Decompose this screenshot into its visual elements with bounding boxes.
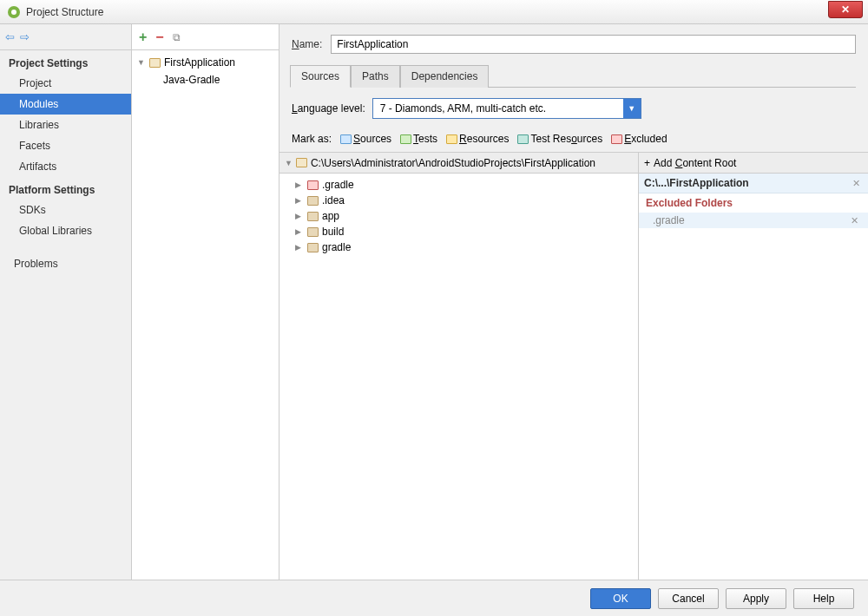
- remove-excluded-icon[interactable]: ✕: [848, 215, 861, 226]
- language-level-value: 7 - Diamonds, ARM, multi-catch etc.: [373, 102, 623, 115]
- sidebar-item-global-libraries[interactable]: Global Libraries: [0, 220, 131, 241]
- module-child[interactable]: Java-Gradle: [132, 71, 279, 88]
- section-project-settings: Project Settings: [0, 50, 131, 73]
- folder-icon: [296, 158, 307, 167]
- sidebar-item-problems[interactable]: Problems: [0, 253, 131, 274]
- excluded-folder-icon: [611, 134, 622, 144]
- sources-folder-icon: [340, 134, 352, 144]
- sidebar-item-artifacts[interactable]: Artifacts: [0, 156, 131, 177]
- app-icon: [7, 5, 21, 19]
- detail-panel: Name: Sources Paths Dependencies Languag…: [279, 24, 868, 580]
- tree-item[interactable]: ▶.idea: [279, 193, 638, 208]
- tree-item[interactable]: ▶build: [279, 224, 638, 239]
- nav-back-icon[interactable]: ⇦: [5, 30, 15, 43]
- expand-icon[interactable]: ▶: [295, 227, 304, 236]
- root-path-text: C:\Users\Administrator\AndroidStudioProj…: [311, 157, 595, 169]
- tree-item[interactable]: ▶app: [279, 208, 638, 224]
- expand-icon[interactable]: ▶: [295, 243, 304, 252]
- sidebar: ⇦ ⇨ Project Settings Project Modules Lib…: [0, 24, 132, 580]
- add-module-icon[interactable]: +: [139, 29, 147, 45]
- sidebar-item-modules[interactable]: Modules: [0, 94, 131, 115]
- module-root-label: FirstApplication: [164, 56, 235, 69]
- excluded-item[interactable]: .gradle ✕: [639, 213, 868, 228]
- tree-item[interactable]: ▶gradle: [279, 239, 638, 255]
- name-label: Name:: [292, 38, 322, 50]
- plus-icon: +: [644, 157, 650, 169]
- resources-folder-icon: [446, 134, 457, 144]
- root-path-header[interactable]: ▼ C:\Users\Administrator\AndroidStudioPr…: [279, 153, 638, 174]
- sidebar-item-libraries[interactable]: Libraries: [0, 115, 131, 135]
- folder-icon: [307, 212, 319, 221]
- mark-sources[interactable]: Sources: [340, 133, 391, 145]
- module-child-label: Java-Gradle: [163, 74, 220, 86]
- collapse-icon[interactable]: ▼: [285, 159, 293, 167]
- sidebar-item-sdks[interactable]: SDKs: [0, 200, 131, 220]
- expand-icon[interactable]: ▶: [295, 180, 304, 189]
- add-content-root[interactable]: + Add Content Root: [639, 153, 868, 174]
- help-button[interactable]: Help: [793, 588, 854, 609]
- nav-forward-icon[interactable]: ⇨: [20, 30, 30, 43]
- folder-icon: [307, 180, 319, 190]
- section-platform-settings: Platform Settings: [0, 177, 131, 200]
- folder-icon: [307, 196, 319, 206]
- tests-folder-icon: [400, 134, 411, 144]
- collapse-icon[interactable]: ▼: [137, 58, 146, 67]
- language-level-combo[interactable]: 7 - Diamonds, ARM, multi-catch etc. ▼: [372, 98, 641, 119]
- remove-root-icon[interactable]: ✕: [850, 178, 863, 189]
- source-tree-column: ▼ C:\Users\Administrator\AndroidStudioPr…: [279, 153, 638, 580]
- expand-icon[interactable]: ▶: [295, 196, 304, 205]
- name-input[interactable]: [331, 35, 856, 54]
- mark-resources[interactable]: Resources: [446, 133, 509, 145]
- modules-toolbar: + − ⧉: [132, 24, 279, 50]
- content-root-path[interactable]: C:\...\FirstApplication ✕: [639, 174, 868, 193]
- tab-paths[interactable]: Paths: [351, 65, 400, 88]
- window-title: Project Structure: [26, 6, 103, 18]
- folder-tree: ▶.gradle ▶.idea ▶app ▶build ▶gradle: [279, 174, 638, 259]
- sidebar-nav-toolbar: ⇦ ⇨: [0, 24, 131, 50]
- tree-item[interactable]: ▶.gradle: [279, 177, 638, 193]
- mark-tests[interactable]: Tests: [400, 133, 437, 145]
- module-root[interactable]: ▼ FirstApplication: [132, 54, 279, 71]
- mark-excluded[interactable]: Excluded: [611, 133, 667, 145]
- folder-icon: [307, 243, 319, 252]
- modules-panel: + − ⧉ ▼ FirstApplication Java-Gradle: [132, 24, 279, 580]
- mark-as-row: Mark as: Sources Tests Resources Test Re…: [292, 133, 856, 145]
- copy-module-icon[interactable]: ⧉: [173, 31, 181, 43]
- excluded-folders-header: Excluded Folders: [639, 193, 868, 213]
- close-button[interactable]: ✕: [828, 1, 863, 18]
- mark-as-label: Mark as:: [292, 133, 332, 145]
- expand-icon[interactable]: ▶: [295, 212, 304, 220]
- apply-button[interactable]: Apply: [726, 588, 786, 609]
- folder-icon: [307, 227, 319, 237]
- mark-test-resources[interactable]: Test Resources: [517, 133, 602, 145]
- sidebar-item-project[interactable]: Project: [0, 73, 131, 94]
- language-level-label: Language level:: [292, 102, 365, 115]
- svg-point-1: [11, 10, 16, 15]
- test-resources-folder-icon: [517, 134, 529, 144]
- cancel-button[interactable]: Cancel: [658, 588, 719, 609]
- tab-sources[interactable]: Sources: [290, 65, 351, 88]
- content-root-column: + Add Content Root C:\...\FirstApplicati…: [638, 153, 868, 580]
- titlebar: Project Structure ✕: [0, 0, 868, 24]
- dialog-buttons: OK Cancel Apply Help: [0, 580, 868, 616]
- tabs: Sources Paths Dependencies: [290, 64, 856, 88]
- ok-button[interactable]: OK: [590, 588, 651, 609]
- sidebar-item-facets[interactable]: Facets: [0, 135, 131, 156]
- dropdown-icon[interactable]: ▼: [623, 99, 641, 118]
- tab-dependencies[interactable]: Dependencies: [400, 65, 490, 88]
- folder-icon: [149, 58, 161, 68]
- remove-module-icon[interactable]: −: [155, 29, 163, 45]
